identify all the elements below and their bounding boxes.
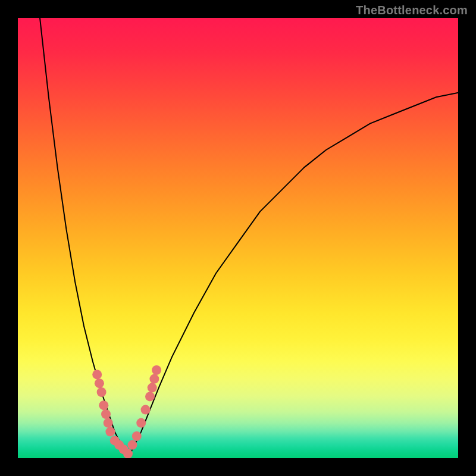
scatter-dot: [101, 409, 111, 419]
scatter-dot: [127, 440, 137, 450]
chart-container: TheBottleneck.com: [0, 0, 476, 476]
scatter-dot: [132, 431, 142, 441]
scatter-dot: [95, 378, 104, 388]
scatter-dot: [104, 418, 113, 428]
watermark-text: TheBottleneck.com: [356, 4, 468, 17]
scatter-dot: [145, 392, 155, 401]
scatter-dot: [123, 449, 133, 458]
scatter-dot: [92, 369, 102, 379]
scatter-group: [92, 365, 161, 458]
scatter-dot: [149, 374, 159, 384]
scatter-dot: [105, 427, 115, 437]
scatter-dot: [148, 383, 157, 393]
scatter-dot: [97, 387, 107, 397]
scatter-dot: [152, 365, 161, 375]
scatter-dot: [136, 418, 146, 428]
scatter-dot: [141, 405, 151, 415]
plot-area: [18, 18, 458, 458]
scatter-dot: [99, 400, 108, 410]
curves-svg: [18, 18, 458, 458]
left-branch-curve: [40, 18, 128, 458]
right-branch-curve: [128, 93, 458, 458]
